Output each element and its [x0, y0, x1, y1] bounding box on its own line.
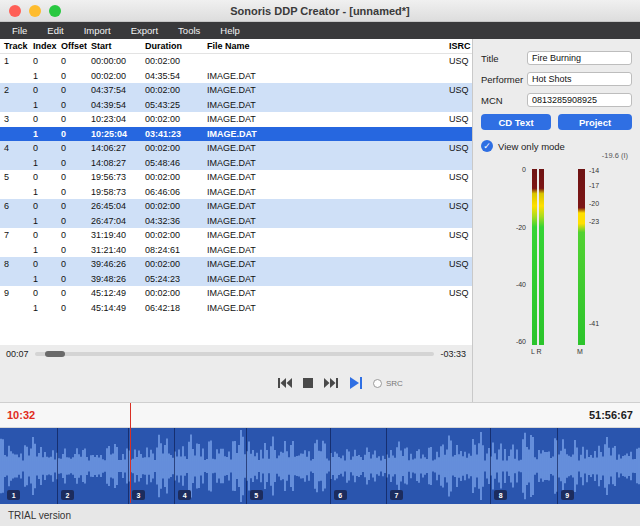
- meter-scale-label: -20: [589, 200, 599, 207]
- cell-duration: 00:02:00: [141, 288, 203, 298]
- cell-isrc: USQ: [445, 172, 472, 182]
- column-header-isrc[interactable]: ISRC: [445, 41, 472, 51]
- cell-track: 6: [0, 201, 29, 211]
- meter-readout: -19.6 (I): [602, 151, 628, 160]
- table-row[interactable]: 1045:14:4906:42:18IMAGE.DAT: [0, 301, 472, 316]
- track-badge[interactable]: 5: [250, 490, 263, 500]
- scrub-slider[interactable]: [35, 352, 435, 356]
- cell-offset: 0: [57, 158, 87, 168]
- cell-track: 8: [0, 259, 29, 269]
- track-badge[interactable]: 3: [132, 490, 145, 500]
- close-button[interactable]: [9, 5, 21, 17]
- table-row[interactable]: 1014:08:2705:48:46IMAGE.DAT: [0, 156, 472, 171]
- cell-start: 19:56:73: [87, 172, 141, 182]
- cell-start: 45:12:49: [87, 288, 141, 298]
- mcn-label: MCN: [481, 95, 527, 106]
- cell-start: 04:39:54: [87, 100, 141, 110]
- waveform-section: 10:32 51:56:67 123456789: [0, 402, 640, 503]
- table-body: 10000:00:0000:02:00USQ1000:02:0004:35:54…: [0, 54, 472, 315]
- table-row[interactable]: 80039:46:2600:02:00IMAGE.DATUSQ: [0, 257, 472, 272]
- column-header-duration[interactable]: Duration: [141, 41, 203, 51]
- cell-duration: 06:46:06: [141, 187, 203, 197]
- table-row[interactable]: 1004:39:5405:43:25IMAGE.DAT: [0, 98, 472, 113]
- project-button[interactable]: Project: [558, 114, 632, 130]
- cell-isrc: USQ: [445, 143, 472, 153]
- track-table: TrackIndexOffsetStartDurationFile NameIS…: [0, 39, 472, 345]
- playhead-line[interactable]: [130, 403, 132, 503]
- column-header-track[interactable]: Track: [0, 41, 29, 51]
- track-boundary-line: [57, 428, 58, 504]
- cd-text-button[interactable]: CD Text: [481, 114, 551, 130]
- track-badge[interactable]: 9: [561, 490, 574, 500]
- table-row[interactable]: 60026:45:0400:02:00IMAGE.DATUSQ: [0, 199, 472, 214]
- cell-track: 2: [0, 85, 29, 95]
- table-row[interactable]: 50019:56:7300:02:00IMAGE.DATUSQ: [0, 170, 472, 185]
- previous-track-button[interactable]: [278, 378, 292, 388]
- waveform[interactable]: 123456789: [0, 428, 640, 504]
- menu-item-edit[interactable]: Edit: [37, 22, 73, 39]
- cell-isrc: USQ: [445, 85, 472, 95]
- performer-input[interactable]: [527, 72, 632, 86]
- cell-index: 1: [29, 100, 57, 110]
- column-header-index[interactable]: Index: [29, 41, 57, 51]
- menu-item-tools[interactable]: Tools: [168, 22, 210, 39]
- table-row[interactable]: 1019:58:7306:46:06IMAGE.DAT: [0, 185, 472, 200]
- mcn-input[interactable]: [527, 93, 632, 107]
- title-input[interactable]: [527, 51, 632, 65]
- cell-offset: 0: [57, 274, 87, 284]
- meter-scale-label: -60: [516, 338, 526, 345]
- menu-item-file[interactable]: File: [2, 22, 37, 39]
- table-row[interactable]: 1031:21:4008:24:61IMAGE.DAT: [0, 243, 472, 258]
- track-badge[interactable]: 8: [494, 490, 507, 500]
- cell-offset: 0: [57, 56, 87, 66]
- cell-duration: 00:02:00: [141, 143, 203, 153]
- menu-item-help[interactable]: Help: [210, 22, 250, 39]
- table-row[interactable]: 1039:48:2605:24:23IMAGE.DAT: [0, 272, 472, 287]
- track-boundary-line: [386, 428, 387, 504]
- play-button[interactable]: [349, 377, 362, 389]
- table-row[interactable]: 1010:25:0403:41:23IMAGE.DAT: [0, 127, 472, 142]
- playhead-time-label: 10:32: [7, 409, 35, 421]
- table-row[interactable]: 1026:47:0404:32:36IMAGE.DAT: [0, 214, 472, 229]
- track-badge[interactable]: 2: [61, 490, 74, 500]
- track-badge[interactable]: 7: [390, 490, 403, 500]
- track-badge[interactable]: 1: [7, 490, 20, 500]
- cell-start: 04:37:54: [87, 85, 141, 95]
- cell-index: 1: [29, 303, 57, 313]
- column-header-offset[interactable]: Offset: [57, 41, 87, 51]
- track-badge[interactable]: 6: [334, 490, 347, 500]
- cell-offset: 0: [57, 288, 87, 298]
- cell-index: 0: [29, 143, 57, 153]
- table-row[interactable]: 20004:37:5400:02:00IMAGE.DATUSQ: [0, 83, 472, 98]
- table-row[interactable]: 90045:12:4900:02:00IMAGE.DATUSQ: [0, 286, 472, 301]
- cell-offset: 0: [57, 85, 87, 95]
- menu-bar: FileEditImportExportToolsHelp: [0, 22, 640, 39]
- cell-file: IMAGE.DAT: [203, 100, 445, 110]
- remaining-time-label: -03:33: [440, 349, 466, 359]
- cell-offset: 0: [57, 259, 87, 269]
- menu-item-import[interactable]: Import: [74, 22, 121, 39]
- stop-button[interactable]: [303, 378, 313, 388]
- column-header-start[interactable]: Start: [87, 41, 141, 51]
- cell-start: 39:48:26: [87, 274, 141, 284]
- table-row[interactable]: 1000:02:0004:35:54IMAGE.DAT: [0, 69, 472, 84]
- cell-start: 31:19:40: [87, 230, 141, 240]
- table-header: TrackIndexOffsetStartDurationFile NameIS…: [0, 39, 472, 54]
- scrub-handle[interactable]: [45, 351, 65, 357]
- table-row[interactable]: 40014:06:2700:02:00IMAGE.DATUSQ: [0, 141, 472, 156]
- next-track-button[interactable]: [324, 378, 338, 388]
- minimize-button[interactable]: [29, 5, 41, 17]
- track-badge[interactable]: 4: [178, 490, 191, 500]
- src-toggle[interactable]: SRC: [373, 379, 403, 388]
- cell-track: 5: [0, 172, 29, 182]
- zoom-button[interactable]: [49, 5, 61, 17]
- cell-file: IMAGE.DAT: [203, 201, 445, 211]
- table-row[interactable]: 10000:00:0000:02:00USQ: [0, 54, 472, 69]
- column-header-file-name[interactable]: File Name: [203, 41, 445, 51]
- table-row[interactable]: 30010:23:0400:02:00IMAGE.DATUSQ: [0, 112, 472, 127]
- menu-item-export[interactable]: Export: [121, 22, 168, 39]
- track-boundary-line: [246, 428, 247, 504]
- checkbox-checked-icon: ✓: [481, 140, 493, 152]
- cell-index: 0: [29, 201, 57, 211]
- table-row[interactable]: 70031:19:4000:02:00IMAGE.DATUSQ: [0, 228, 472, 243]
